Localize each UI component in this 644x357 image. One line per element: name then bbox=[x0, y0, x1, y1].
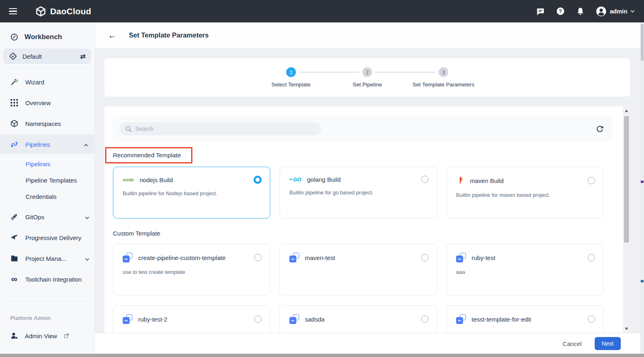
radio-unselected[interactable] bbox=[588, 315, 595, 323]
divider bbox=[5, 301, 90, 301]
step-connector bbox=[375, 72, 435, 73]
step-3-label: Set Template Parameters bbox=[412, 82, 474, 88]
chevron-up-icon bbox=[85, 141, 88, 148]
sidebar-item-admin-view[interactable]: Admin View bbox=[10, 332, 95, 340]
messages-icon[interactable] bbox=[536, 7, 545, 16]
switch-workspace-icon[interactable]: ⇄ bbox=[80, 53, 86, 60]
panel-scrollbar[interactable] bbox=[623, 106, 630, 333]
recommended-templates-grid: node nodejs Build Builtin pipeline for N… bbox=[113, 167, 604, 218]
radio-unselected[interactable] bbox=[254, 254, 262, 261]
radio-unselected[interactable] bbox=[421, 176, 428, 183]
template-card-tesst-template-for-edit[interactable]: tesst-template-for-edit bbox=[446, 305, 604, 333]
scroll-marker bbox=[641, 280, 644, 282]
step-3-circle: 3 bbox=[439, 67, 448, 77]
daocloud-cube-icon bbox=[35, 6, 46, 17]
golang-logo-icon: GO bbox=[289, 176, 301, 183]
custom-template-icon bbox=[456, 314, 466, 324]
browser-scroll-thumb[interactable] bbox=[641, 24, 644, 61]
pipelines-icon bbox=[10, 140, 18, 148]
radio-unselected[interactable] bbox=[421, 315, 428, 323]
sidebar: Workbench Default ⇄ Wizard Overview Name… bbox=[0, 22, 95, 354]
overview-grid-icon bbox=[10, 99, 18, 107]
workspace-name: Default bbox=[22, 53, 42, 60]
scroll-up-arrow[interactable] bbox=[625, 110, 628, 112]
template-card-sadsda[interactable]: sadsda bbox=[280, 305, 437, 333]
template-card-maven-test[interactable]: maven-test bbox=[280, 244, 437, 295]
project-folder-icon bbox=[10, 254, 18, 262]
hamburger-menu-icon[interactable] bbox=[9, 8, 17, 14]
search-icon bbox=[125, 126, 132, 132]
refresh-icon[interactable] bbox=[595, 124, 604, 134]
sidebar-subitem-credentials[interactable]: Credentials bbox=[0, 190, 95, 203]
search-input[interactable] bbox=[135, 126, 307, 132]
custom-template-icon bbox=[123, 314, 132, 324]
step-1-label: Select Template bbox=[271, 82, 311, 88]
custom-templates-grid: create-pipeline-custom-template use to t… bbox=[113, 244, 604, 333]
search-box[interactable] bbox=[119, 122, 321, 135]
sidebar-item-toolchain-integration[interactable]: ∞ Toolchain Integration bbox=[0, 272, 95, 286]
custom-template-heading: Custom Template bbox=[113, 230, 623, 237]
scroll-marker bbox=[641, 181, 644, 183]
namespaces-cube-icon bbox=[10, 119, 18, 128]
scroll-thumb[interactable] bbox=[624, 116, 629, 242]
radio-unselected[interactable] bbox=[588, 254, 595, 261]
cancel-button[interactable]: Cancel bbox=[562, 340, 582, 347]
template-card-nodejs-build[interactable]: node nodejs Build Builtin pipeline for N… bbox=[113, 167, 270, 218]
template-picker-panel: Recommended Template node nodejs Build B… bbox=[104, 106, 630, 333]
workspace-icon bbox=[9, 52, 17, 60]
gitops-rocket-icon bbox=[10, 213, 18, 221]
main-content: ← Set Template Parameters 1 2 3 Select T… bbox=[95, 22, 644, 354]
stepper-card: 1 2 3 Select Template Set Pipeline Set T… bbox=[104, 58, 630, 97]
toolchain-infinity-icon: ∞ bbox=[10, 275, 18, 283]
page-header: ← Set Template Parameters bbox=[95, 22, 644, 48]
footer-action-bar: Cancel Next bbox=[95, 333, 644, 354]
template-card-ruby-test[interactable]: ruby-test aaa bbox=[446, 244, 604, 295]
step-connector bbox=[299, 72, 359, 73]
custom-template-icon bbox=[289, 314, 299, 324]
custom-template-icon bbox=[456, 253, 466, 262]
step-2-label: Set Pipeline bbox=[353, 82, 382, 88]
brand-logo: DaoCloud bbox=[35, 6, 91, 17]
custom-template-icon bbox=[123, 253, 132, 262]
chevron-down-icon bbox=[85, 214, 88, 220]
template-card-create-pipeline-custom-template[interactable]: create-pipeline-custom-template use to t… bbox=[113, 244, 270, 295]
back-arrow-icon[interactable]: ← bbox=[108, 31, 117, 40]
svg-text:?: ? bbox=[559, 8, 562, 14]
username: admin bbox=[610, 8, 627, 15]
sidebar-item-progressive-delivery[interactable]: Progressive Delivery bbox=[0, 231, 95, 245]
chevron-down-icon bbox=[85, 255, 88, 262]
sidebar-item-wizard[interactable]: Wizard bbox=[0, 75, 95, 89]
workbench-icon bbox=[10, 33, 18, 41]
sidebar-subitem-pipeline-templates[interactable]: Pipeline Templates bbox=[0, 174, 95, 187]
avatar bbox=[596, 6, 607, 17]
browser-scrollbar[interactable] bbox=[640, 22, 644, 354]
sidebar-item-namespaces[interactable]: Namespaces bbox=[0, 117, 95, 130]
sidebar-subitem-pipelines[interactable]: Pipelines bbox=[0, 157, 95, 170]
user-menu[interactable]: admin bbox=[596, 6, 633, 17]
scroll-down-arrow[interactable] bbox=[625, 328, 628, 330]
external-link-icon bbox=[64, 333, 69, 339]
sidebar-item-pipelines[interactable]: Pipelines bbox=[0, 134, 95, 154]
sidebar-item-overview[interactable]: Overview bbox=[0, 96, 95, 110]
template-card-maven-build[interactable]: maven Build Builtin pipeline for maven b… bbox=[446, 167, 604, 218]
radio-selected[interactable] bbox=[254, 176, 262, 184]
next-button[interactable]: Next bbox=[595, 337, 621, 350]
sidebar-workbench-header: Workbench bbox=[0, 22, 95, 41]
sidebar-item-gitops[interactable]: GitOps bbox=[0, 210, 95, 224]
radio-unselected[interactable] bbox=[254, 315, 262, 323]
step-2-circle: 2 bbox=[362, 67, 372, 77]
radio-unselected[interactable] bbox=[421, 254, 428, 261]
help-icon[interactable]: ? bbox=[556, 7, 565, 16]
sidebar-item-project-management[interactable]: Project Mana... bbox=[0, 251, 95, 265]
recommended-template-heading: Recommended Template bbox=[113, 152, 181, 159]
notifications-bell-icon[interactable] bbox=[576, 7, 585, 16]
radio-unselected[interactable] bbox=[588, 177, 595, 184]
workspace-selector[interactable]: Default ⇄ bbox=[3, 48, 91, 64]
top-navbar: DaoCloud ? admin bbox=[0, 0, 644, 22]
template-card-ruby-test-2[interactable]: ruby-test-2 bbox=[113, 305, 270, 333]
custom-template-icon bbox=[289, 253, 299, 262]
window-bottom-edge bbox=[0, 354, 644, 357]
search-strip bbox=[112, 116, 612, 141]
chevron-down-icon bbox=[631, 9, 635, 13]
template-card-golang-build[interactable]: GO golang Build Builtin pipeline for go … bbox=[280, 167, 437, 218]
